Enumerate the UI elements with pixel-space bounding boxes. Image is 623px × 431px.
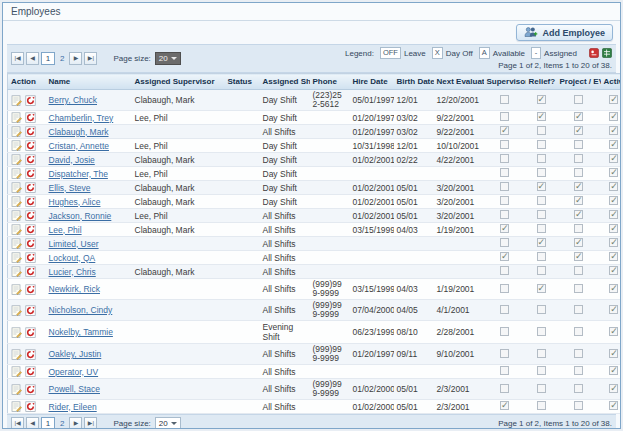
relief-checkbox [537, 95, 546, 104]
page-size-select[interactable]: 20 [155, 417, 181, 429]
employee-schedule-icon[interactable] [25, 224, 36, 235]
first-page-button[interactable]: |◀ [11, 52, 24, 65]
active-checkbox-cell [601, 139, 622, 153]
employee-schedule-icon[interactable] [25, 95, 36, 106]
page-1-current[interactable]: 1 [41, 417, 55, 429]
employee-schedule-icon[interactable] [25, 182, 36, 193]
edit-employee-icon[interactable] [11, 168, 22, 179]
employee-name-link[interactable]: Operator, UV [49, 367, 99, 377]
next-evaluation-cell: 1/19/2001 [434, 223, 484, 237]
supervisor-checkbox-cell [484, 167, 526, 181]
column-header-project-evs3: Project / EVS3 [557, 74, 601, 90]
edit-employee-icon[interactable] [11, 401, 22, 412]
page-2-link[interactable]: 2 [60, 54, 64, 63]
employee-schedule-icon[interactable] [25, 349, 36, 360]
page-2-link[interactable]: 2 [60, 419, 64, 428]
active-checkbox [609, 112, 618, 121]
employee-name-link[interactable]: Jackson, Ronnie [49, 211, 112, 221]
employee-name-link[interactable]: Lee, Phil [49, 225, 82, 235]
project-evs3-checkbox [574, 95, 583, 104]
employee-schedule-icon[interactable] [25, 252, 36, 263]
employee-schedule-icon[interactable] [25, 126, 36, 137]
employee-name-link[interactable]: Nokelby, Tammie [49, 327, 113, 337]
next-page-button[interactable]: ▶ [69, 52, 82, 65]
column-header-action: Action [8, 74, 46, 90]
add-employee-button[interactable]: Add Employee [516, 24, 613, 41]
page-1-current[interactable]: 1 [41, 52, 55, 65]
employee-schedule-icon[interactable] [25, 238, 36, 249]
employee-name-link[interactable]: Oakley, Justin [49, 349, 102, 359]
edit-employee-icon[interactable] [11, 210, 22, 221]
edit-employee-icon[interactable] [11, 327, 22, 338]
employee-schedule-icon[interactable] [25, 305, 36, 316]
employee-schedule-icon[interactable] [25, 196, 36, 207]
prev-page-button[interactable]: ◀ [26, 52, 39, 65]
shift-cell: All Shifts [260, 344, 310, 365]
table-row: David, Josie Clabaugh, Mark Day Shift 01… [8, 153, 622, 167]
employee-name-link[interactable]: Cristan, Annette [49, 141, 109, 151]
edit-employee-icon[interactable] [11, 266, 22, 277]
employee-schedule-icon[interactable] [25, 401, 36, 412]
employee-name-link[interactable]: Hughes, Alice [49, 197, 101, 207]
pdf-export-icon[interactable] [589, 48, 599, 58]
employee-name-link[interactable]: Lucier, Chris [49, 267, 96, 277]
employee-name-link[interactable]: Clabaugh, Mark [49, 127, 109, 137]
employee-name-link[interactable]: Dispatcher, The [49, 169, 108, 179]
edit-employee-icon[interactable] [11, 95, 22, 106]
employee-name-link[interactable]: Berry, Chuck [49, 95, 98, 105]
hire-date-cell: 10/31/1998 [350, 139, 394, 153]
page-size-select[interactable]: 20 [155, 52, 181, 65]
project-evs3-checkbox [574, 168, 583, 177]
edit-employee-icon[interactable] [11, 349, 22, 360]
status-cell [225, 344, 260, 365]
employee-name-link[interactable]: Rider, Eileen [49, 402, 97, 412]
edit-employee-icon[interactable] [11, 196, 22, 207]
employee-name-link[interactable]: Ellis, Steve [49, 183, 91, 193]
employee-schedule-icon[interactable] [25, 366, 36, 377]
supervisor-checkbox [500, 196, 509, 205]
employee-schedule-icon[interactable] [25, 284, 36, 295]
employee-schedule-icon[interactable] [25, 168, 36, 179]
edit-employee-icon[interactable] [11, 238, 22, 249]
last-page-button[interactable]: ▶| [84, 52, 97, 65]
edit-employee-icon[interactable] [11, 154, 22, 165]
name-cell: Nicholson, Cindy [46, 300, 132, 321]
edit-employee-icon[interactable] [11, 384, 22, 395]
employee-schedule-icon[interactable] [25, 140, 36, 151]
edit-employee-icon[interactable] [11, 182, 22, 193]
employee-schedule-icon[interactable] [25, 266, 36, 277]
employee-schedule-icon[interactable] [25, 384, 36, 395]
prev-page-button[interactable]: ◀ [26, 417, 39, 429]
edit-employee-icon[interactable] [11, 252, 22, 263]
employee-name-link[interactable]: Lockout, QA [49, 253, 96, 263]
employee-schedule-icon[interactable] [25, 112, 36, 123]
edit-employee-icon[interactable] [11, 284, 22, 295]
employee-name-link[interactable]: Limited, User [49, 239, 99, 249]
supervisor-checkbox [500, 140, 509, 149]
excel-export-icon[interactable] [602, 48, 612, 58]
employee-name-link[interactable]: David, Josie [49, 155, 95, 165]
edit-employee-icon[interactable] [11, 305, 22, 316]
edit-employee-icon[interactable] [11, 112, 22, 123]
edit-employee-icon[interactable] [11, 366, 22, 377]
phone-cell [310, 365, 350, 379]
edit-employee-icon[interactable] [11, 224, 22, 235]
employee-schedule-icon[interactable] [25, 154, 36, 165]
employee-schedule-icon[interactable] [25, 210, 36, 221]
employee-name-link[interactable]: Nicholson, Cindy [49, 305, 113, 315]
last-page-button[interactable]: ▶| [84, 417, 97, 429]
shift-cell: Day Shift [260, 167, 310, 181]
edit-employee-icon[interactable] [11, 126, 22, 137]
supervisor-cell [132, 400, 225, 414]
legend-label: Legend: [345, 49, 374, 58]
active-checkbox-cell [601, 279, 622, 300]
next-page-button[interactable]: ▶ [69, 417, 82, 429]
edit-employee-icon[interactable] [11, 140, 22, 151]
employee-name-link[interactable]: Chamberlin, Trey [49, 113, 114, 123]
active-checkbox [609, 95, 618, 104]
action-cell [8, 139, 46, 153]
first-page-button[interactable]: |◀ [11, 417, 24, 429]
employee-name-link[interactable]: Newkirk, Rick [49, 284, 100, 294]
employee-schedule-icon[interactable] [25, 327, 36, 338]
employee-name-link[interactable]: Powell, Stace [49, 384, 101, 394]
